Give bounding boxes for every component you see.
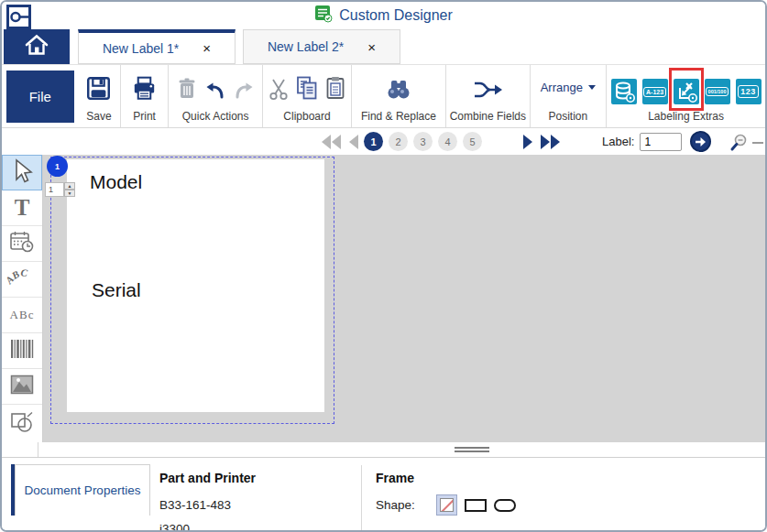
design-canvas[interactable]: Model Serial 1 1 ▲ ▼ <box>43 155 765 442</box>
page-navigation: 1 2 3 4 5 Label: <box>2 128 765 155</box>
label-number-input[interactable] <box>640 133 682 151</box>
ribbon-group-save: Save <box>78 65 122 127</box>
trash-icon[interactable] <box>176 77 198 104</box>
printer-value: i3300 <box>159 522 190 530</box>
design-toolbar: T <box>2 155 43 442</box>
last-page-icon[interactable] <box>539 135 561 149</box>
tab-close-icon[interactable]: × <box>203 41 211 55</box>
formatted-text-tool[interactable]: ABc <box>2 298 42 333</box>
zoom-out-icon[interactable] <box>729 133 749 157</box>
label-text-model[interactable]: Model <box>90 171 142 193</box>
spinner-up-icon[interactable]: ▲ <box>64 182 75 190</box>
properties-panel: Document Properties Part and Printer B33… <box>2 457 765 530</box>
print-icon[interactable] <box>132 76 157 104</box>
shape-rectangle-option[interactable] <box>465 499 487 512</box>
ribbon-group-clipboard: Clipboard <box>263 65 351 127</box>
ribbon-group-find-replace: Find & Replace <box>352 65 446 127</box>
tab-close-icon[interactable]: × <box>367 40 376 54</box>
arrange-label: Arrange <box>541 81 583 94</box>
page-dot-5[interactable]: 5 <box>463 132 482 151</box>
titlebar: Custom Designer <box>2 2 765 29</box>
label-page[interactable]: Model Serial <box>67 159 324 412</box>
chevron-down-icon <box>588 85 596 90</box>
label-text-serial[interactable]: Serial <box>92 279 141 301</box>
page-dot-1[interactable]: 1 <box>364 132 383 151</box>
tab-bar: New Label 1* × New Label 2* × <box>2 29 765 64</box>
shape-rounded-option[interactable] <box>494 499 516 512</box>
save-label: Save <box>78 110 121 123</box>
arc-text-tool[interactable]: ABC <box>2 262 42 298</box>
cursor-arrow-icon <box>10 158 34 188</box>
serialization-a123-icon[interactable]: A-123 <box>642 79 668 104</box>
toolbar-stub <box>2 442 38 457</box>
calendar-clock-icon <box>9 230 35 257</box>
frame-shape-options <box>436 494 516 516</box>
copy-icon[interactable] <box>296 76 319 104</box>
part-number-value: B33-161-483 <box>159 498 231 512</box>
ribbon-group-print: Print <box>121 65 169 127</box>
zoom-slider[interactable] <box>752 142 763 144</box>
print-label: Print <box>121 110 168 123</box>
page-spinner-value[interactable]: 1 <box>45 182 64 197</box>
ribbon-group-labeling-extras: A-123 <box>607 65 765 127</box>
labeling-extras-label: Labeling Extras <box>607 110 765 123</box>
image-tool[interactable] <box>2 369 42 405</box>
find-replace-label: Find & Replace <box>352 110 445 123</box>
spinner-down-icon[interactable]: ▼ <box>64 190 75 197</box>
file-button[interactable]: File <box>6 71 74 123</box>
serial-counter-icon[interactable]: 001/100 <box>705 79 730 104</box>
home-button[interactable] <box>4 29 70 64</box>
frame-shape-label: Shape: <box>376 498 415 512</box>
barcode-tool[interactable] <box>2 333 42 369</box>
shapes-icon <box>9 409 35 437</box>
first-page-icon[interactable] <box>321 135 343 149</box>
arrange-dropdown[interactable]: Arrange <box>541 81 596 94</box>
document-properties-tab[interactable]: Document Properties <box>15 464 150 516</box>
save-icon[interactable] <box>86 76 111 104</box>
numbering-123-icon[interactable]: 123 <box>736 79 762 104</box>
next-page-icon[interactable] <box>522 135 534 149</box>
page-title: Custom Designer <box>339 7 453 24</box>
go-to-label-button[interactable] <box>690 131 711 152</box>
paste-icon[interactable] <box>325 76 347 104</box>
tab-new-label-2[interactable]: New Label 2* × <box>243 29 400 64</box>
panel-splitter-handle[interactable] <box>455 447 489 454</box>
document-properties-label: Document Properties <box>25 483 141 497</box>
select-tool[interactable] <box>2 155 42 190</box>
tab-label: New Label 2* <box>268 39 344 54</box>
tab-label: New Label 1* <box>103 41 179 56</box>
page-spinner: 1 ▲ ▼ <box>45 182 75 197</box>
data-source-icon[interactable] <box>611 79 637 104</box>
previous-page-icon[interactable] <box>347 135 359 149</box>
redo-icon[interactable] <box>233 79 255 104</box>
shape-tool[interactable] <box>2 405 42 440</box>
page-dot-2[interactable]: 2 <box>389 132 408 151</box>
highlight-red-frame <box>669 68 704 111</box>
text-tool[interactable]: T <box>2 190 42 226</box>
text-tool-icon: T <box>15 195 30 221</box>
part-printer-heading: Part and Printer <box>159 471 256 485</box>
page-dot-3[interactable]: 3 <box>413 132 433 151</box>
designer-icon <box>314 5 333 27</box>
combine-fields-label: Combine Fields <box>446 110 529 123</box>
ribbon: File Save <box>2 64 765 128</box>
undo-icon[interactable] <box>204 79 226 104</box>
page-dot-4[interactable]: 4 <box>438 132 457 151</box>
cut-icon[interactable] <box>268 77 290 104</box>
label-caption: Label: <box>602 135 634 148</box>
tab-new-label-1[interactable]: New Label 1* × <box>78 29 236 64</box>
position-label: Position <box>531 110 607 123</box>
app-window: Custom Designer New Label 1* × New Label… <box>0 0 767 532</box>
formatted-text-icon: ABc <box>10 308 35 322</box>
binoculars-icon[interactable] <box>385 77 412 104</box>
svg-text:ABC: ABC <box>6 266 28 287</box>
date-time-tool[interactable] <box>2 226 42 262</box>
page-number-badge: 1 <box>47 156 68 177</box>
combine-fields-icon[interactable] <box>471 79 504 104</box>
clipboard-label: Clipboard <box>263 110 350 123</box>
splitter-strip <box>2 442 765 457</box>
image-icon <box>10 375 34 398</box>
shape-none-option[interactable] <box>436 494 457 516</box>
no-frame-icon <box>440 498 454 512</box>
ribbon-group-combine-fields: Combine Fields <box>446 65 530 127</box>
